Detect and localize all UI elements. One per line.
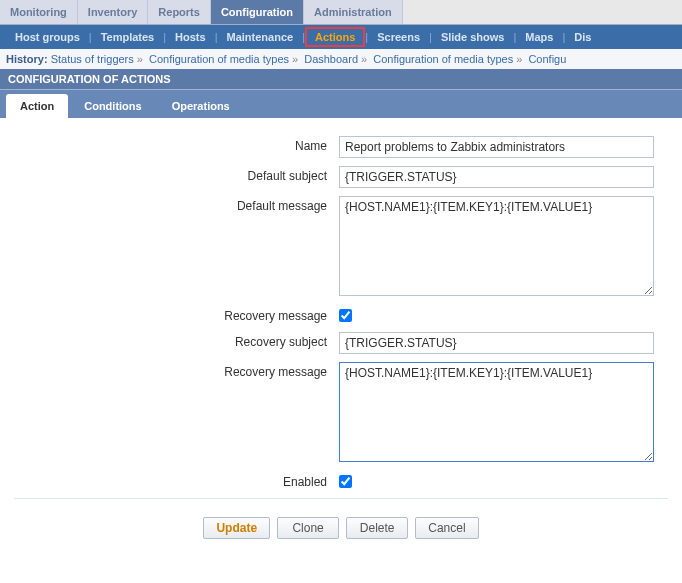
label-enabled: Enabled: [14, 472, 339, 489]
sub-nav: Host groups|Templates|Hosts|Maintenance|…: [0, 25, 682, 49]
breadcrumb-separator: »: [361, 53, 367, 65]
default-subject-input[interactable]: [339, 166, 654, 188]
subnav-screens[interactable]: Screens: [368, 27, 429, 47]
button-bar: Update Clone Delete Cancel: [14, 511, 668, 553]
label-name: Name: [14, 136, 339, 153]
breadcrumb-label: History:: [6, 53, 48, 65]
label-recovery-subject: Recovery subject: [14, 332, 339, 349]
label-recovery-message: Recovery message: [14, 362, 339, 379]
subnav-hosts[interactable]: Hosts: [166, 27, 215, 47]
form-area: Name Default subject Default message Rec…: [0, 118, 682, 563]
clone-button[interactable]: Clone: [277, 517, 339, 539]
subnav-slide-shows[interactable]: Slide shows: [432, 27, 514, 47]
subnav-actions[interactable]: Actions: [305, 27, 365, 47]
delete-button[interactable]: Delete: [346, 517, 408, 539]
label-default-message: Default message: [14, 196, 339, 213]
top-tab-administration[interactable]: Administration: [304, 0, 403, 24]
tab-conditions[interactable]: Conditions: [70, 94, 155, 118]
breadcrumb-link[interactable]: Status of triggers: [51, 53, 134, 65]
label-default-subject: Default subject: [14, 166, 339, 183]
subnav-maps[interactable]: Maps: [516, 27, 562, 47]
config-tabs: ActionConditionsOperations: [0, 89, 682, 118]
recovery-subject-input[interactable]: [339, 332, 654, 354]
breadcrumb-separator: »: [137, 53, 143, 65]
subnav-host-groups[interactable]: Host groups: [6, 27, 89, 47]
top-tab-configuration[interactable]: Configuration: [211, 0, 304, 24]
name-input[interactable]: [339, 136, 654, 158]
breadcrumb-separator: »: [292, 53, 298, 65]
update-button[interactable]: Update: [203, 517, 270, 539]
breadcrumb: History: Status of triggers» Configurati…: [0, 49, 682, 69]
top-tab-reports[interactable]: Reports: [148, 0, 211, 24]
subnav-templates[interactable]: Templates: [92, 27, 164, 47]
breadcrumb-link[interactable]: Configu: [528, 53, 566, 65]
top-tabs: MonitoringInventoryReportsConfigurationA…: [0, 0, 682, 25]
breadcrumb-link[interactable]: Configuration of media types: [149, 53, 289, 65]
recovery-message-checkbox[interactable]: [339, 309, 352, 322]
tab-operations[interactable]: Operations: [158, 94, 244, 118]
recovery-message-textarea[interactable]: [339, 362, 654, 462]
default-message-textarea[interactable]: [339, 196, 654, 296]
label-recovery-checkbox: Recovery message: [14, 306, 339, 323]
cancel-button[interactable]: Cancel: [415, 517, 478, 539]
enabled-checkbox[interactable]: [339, 475, 352, 488]
subnav-dis[interactable]: Dis: [565, 27, 600, 47]
divider: [14, 498, 668, 499]
page-title: CONFIGURATION OF ACTIONS: [0, 69, 682, 89]
breadcrumb-link[interactable]: Configuration of media types: [373, 53, 513, 65]
top-tab-inventory[interactable]: Inventory: [78, 0, 149, 24]
breadcrumb-link[interactable]: Dashboard: [304, 53, 358, 65]
subnav-maintenance[interactable]: Maintenance: [218, 27, 303, 47]
tab-action[interactable]: Action: [6, 94, 68, 118]
top-tab-monitoring[interactable]: Monitoring: [0, 0, 78, 24]
breadcrumb-separator: »: [516, 53, 522, 65]
